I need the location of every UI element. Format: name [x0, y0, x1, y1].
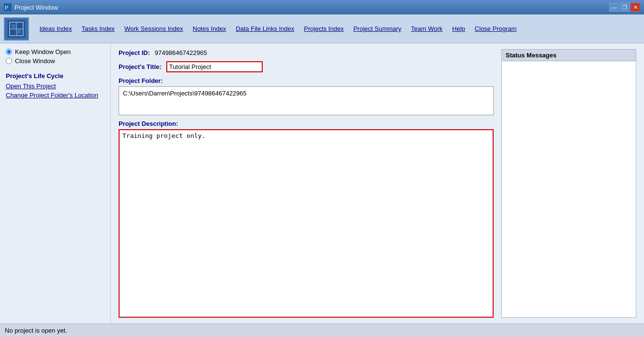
change-folder-link[interactable]: Change Project Folder's Location — [6, 92, 105, 99]
main-content: Keep Window Open Close Window Project's … — [0, 43, 644, 324]
menu-item-projects-index[interactable]: Projects Index — [299, 23, 349, 34]
app-icon: P — [4, 3, 12, 11]
close-window-option[interactable]: Close Window — [6, 57, 105, 65]
logo-icon — [8, 20, 25, 38]
project-id-label: Project ID: — [119, 49, 150, 56]
title-bar: P Project Window — ❐ ✕ — [0, 0, 644, 14]
status-panel-body — [501, 61, 636, 318]
project-folder-value: C:\Users\Darren\Projects\974986467422965 — [119, 86, 494, 115]
svg-rect-7 — [17, 30, 21, 34]
keep-window-open-label: Keep Window Open — [15, 48, 71, 55]
menu-item-team-work[interactable]: Team Work — [406, 23, 448, 34]
form-area: Project ID: 974986467422965 Project's Ti… — [119, 49, 494, 318]
menu-item-data-file-links-index[interactable]: Data File Links Index — [231, 23, 299, 34]
project-description-section: Project Description: — [119, 120, 494, 318]
open-project-link[interactable]: Open This Project — [6, 82, 105, 90]
keep-window-open-radio[interactable] — [6, 49, 12, 55]
close-window-label: Close Window — [15, 57, 55, 65]
project-folder-label: Project Folder: — [119, 77, 494, 84]
right-panel: Project ID: 974986467422965 Project's Ti… — [111, 43, 644, 324]
project-title-input[interactable] — [166, 61, 263, 72]
minimize-button[interactable]: — — [609, 3, 619, 12]
menu-item-tasks-index[interactable]: Tasks Index — [77, 23, 120, 34]
app-logo — [4, 17, 29, 40]
menu-item-help[interactable]: Help — [447, 23, 470, 34]
status-bar: No project is open yet. — [0, 324, 644, 337]
svg-rect-6 — [12, 24, 15, 28]
menu-item-ideas-index[interactable]: Ideas Index — [35, 23, 77, 34]
menu-item-close-program[interactable]: Close Program — [470, 23, 522, 34]
lifecycle-section-title: Project's Life Cycle — [6, 72, 105, 80]
status-panel-title: Status Messages — [501, 49, 636, 61]
project-description-input[interactable] — [119, 129, 494, 318]
title-bar-title: Project Window — [14, 4, 58, 11]
close-window-radio[interactable] — [6, 58, 12, 64]
status-panel: Status Messages — [501, 49, 636, 318]
project-id-value: 974986467422965 — [155, 49, 207, 56]
close-button[interactable]: ✕ — [631, 3, 640, 12]
svg-text:P: P — [5, 5, 8, 11]
project-title-row: Project's Title: — [119, 61, 494, 72]
project-folder-section: Project Folder: C:\Users\Darren\Projects… — [119, 77, 494, 115]
project-title-label: Project's Title: — [119, 63, 161, 70]
project-description-label: Project Description: — [119, 120, 494, 127]
window-mode-group: Keep Window Open Close Window — [6, 48, 105, 65]
title-bar-left: P Project Window — [4, 3, 58, 11]
menu-item-work-sessions-index[interactable]: Work Sessions Index — [120, 23, 188, 34]
status-message: No project is open yet. — [5, 327, 67, 334]
menu-item-notes-index[interactable]: Notes Index — [188, 23, 231, 34]
restore-button[interactable]: ❐ — [620, 3, 630, 12]
sidebar: Keep Window Open Close Window Project's … — [0, 43, 111, 324]
project-id-row: Project ID: 974986467422965 — [119, 49, 494, 56]
menu-item-project-summary[interactable]: Project Summary — [349, 23, 406, 34]
menu-bar: Ideas Index Tasks Index Work Sessions In… — [0, 14, 644, 43]
keep-window-open-option[interactable]: Keep Window Open — [6, 48, 105, 55]
title-bar-controls: — ❐ ✕ — [609, 3, 640, 12]
